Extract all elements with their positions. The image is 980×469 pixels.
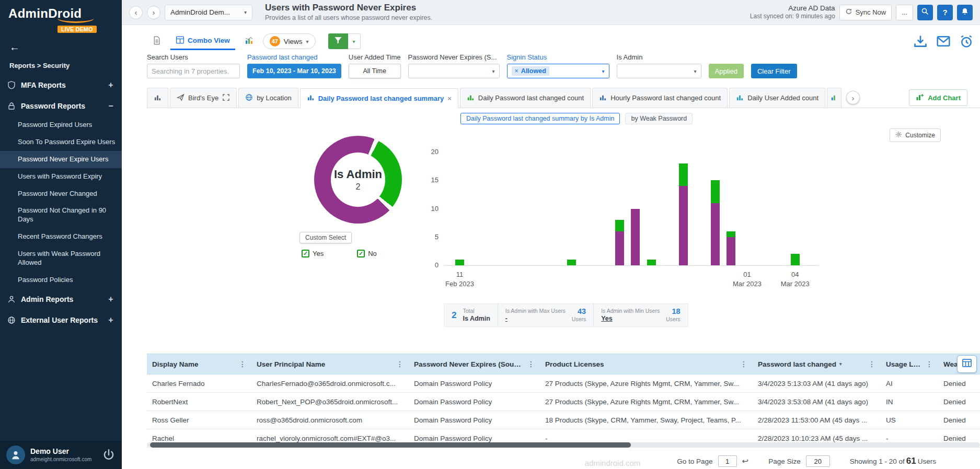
chart-subtabs: Daily Password last changed summary by I… [460, 112, 980, 125]
return-arrow-icon[interactable]: ↩ [742, 456, 749, 466]
subtab-by-is-admin[interactable]: Daily Password last changed summary by I… [460, 113, 620, 124]
is-admin-select[interactable]: ▾ [617, 64, 701, 78]
sidebar-section-mfa-reports[interactable]: MFA Reports + [0, 75, 122, 96]
column-menu-icon[interactable]: ⋮ [921, 360, 933, 368]
table-row[interactable]: RobertNext Robert_Next_POP@o365droid.onm… [147, 393, 980, 411]
add-chart-label: Add Chart [928, 94, 961, 102]
checkbox-checked-icon[interactable]: ✓ [302, 250, 309, 257]
sidebar-item-recent-password-changers[interactable]: Recent Password Changers [0, 228, 122, 245]
stat-link[interactable]: - [505, 314, 566, 323]
power-icon[interactable] [102, 448, 116, 462]
customize-button[interactable]: Customize [890, 128, 941, 142]
column-menu-icon[interactable]: ⋮ [392, 360, 403, 368]
tab-hourly-password-count[interactable]: Hourly Password last changed count [592, 88, 728, 108]
date-range-button[interactable]: Feb 10, 2023 - Mar 10, 2023 [247, 64, 341, 78]
nav-back-button[interactable]: ‹ [129, 6, 143, 19]
table-settings-button[interactable] [957, 355, 977, 373]
back-arrow-icon[interactable]: ← [0, 33, 122, 53]
page-size-input[interactable] [806, 455, 830, 467]
views-dropdown[interactable]: 47 Views ▾ [263, 33, 316, 49]
column-header-product-licenses[interactable]: Product Licenses⋮ [540, 354, 753, 374]
sidebar-section-external-user-reports[interactable]: External User Reports + [0, 310, 122, 331]
tabs-scroll-right-button[interactable]: › [846, 91, 860, 104]
sidebar-item-soon-to-password-expire-users[interactable]: Soon To Password Expire Users [0, 134, 122, 151]
tab-partial[interactable] [827, 88, 841, 108]
remove-chip-icon[interactable]: × [515, 67, 518, 75]
help-button[interactable]: ? [937, 5, 953, 20]
plus-icon[interactable]: + [107, 80, 114, 90]
stat-link[interactable]: Yes [601, 314, 660, 323]
sidebar-section-admin-reports[interactable]: Admin Reports + [0, 289, 122, 310]
tab-by-location[interactable]: by Location [238, 88, 298, 108]
password-never-expires-select[interactable]: ▾ [408, 64, 500, 78]
sync-meta: Azure AD Data Last synced on: 9 minutes … [750, 4, 835, 21]
chart-view-button[interactable] [239, 32, 259, 50]
global-search-button[interactable] [917, 5, 933, 20]
column-header-password-never-expires-source[interactable]: Password Never Expires (Source)⋮ [409, 354, 540, 374]
search-users-input[interactable] [147, 64, 240, 78]
column-header-display-name[interactable]: Display Name⋮ [147, 354, 251, 374]
more-options-button[interactable]: ... [896, 5, 913, 20]
filter-dropdown-button[interactable]: ▾ [348, 33, 361, 49]
applied-button[interactable]: Applied [709, 64, 744, 78]
data-source: Azure AD Data [750, 4, 835, 13]
sidebar-item-users-weak-password-allowed[interactable]: Users with Weak Password Allowed [0, 245, 122, 272]
signin-status-select[interactable]: ×Allowed ▾ [507, 64, 609, 78]
topbar: ‹ › AdminDroid Dem... ▾ Users with Passw… [122, 0, 980, 25]
subtab-by-weak-password[interactable]: by Weak Password [625, 113, 693, 124]
column-header-usage-location[interactable]: Usage Location⋮ [881, 354, 938, 374]
column-menu-icon[interactable]: ⋮ [523, 360, 535, 368]
report-view-button[interactable] [147, 32, 166, 50]
tab-label: by Location [257, 94, 292, 102]
tab-charts-home[interactable] [147, 88, 168, 108]
minus-icon[interactable]: − [107, 101, 114, 111]
sidebar-item-users-with-password-expiry[interactable]: Users with Password Expiry [0, 168, 122, 185]
expand-icon[interactable] [222, 93, 230, 103]
legend-item-no[interactable]: ✓ No [357, 250, 377, 257]
email-button[interactable] [936, 34, 951, 49]
tab-birds-eye[interactable]: Bird's Eye [170, 88, 237, 108]
tenant-selector[interactable]: AdminDroid Dem... ▾ [165, 5, 252, 20]
cell-usage-location: AI [881, 374, 938, 393]
sidebar-item-password-not-changed-90-days[interactable]: Password Not Changed in 90 Days [0, 202, 122, 228]
sidebar-item-password-policies[interactable]: Password Policies [0, 272, 122, 289]
sidebar-item-password-never-expire-users[interactable]: Password Never Expire Users [0, 151, 122, 168]
column-menu-icon[interactable]: ⋮ [235, 360, 246, 368]
schedule-button[interactable] [959, 34, 974, 49]
sidebar-item-password-expired-users[interactable]: Password Expired Users [0, 116, 122, 134]
column-menu-icon[interactable]: ⋮ [736, 360, 747, 368]
plus-icon[interactable]: + [107, 315, 114, 325]
tab-daily-password-count[interactable]: Daily Password last changed count [460, 88, 591, 108]
column-menu-icon[interactable]: ⋮ [864, 360, 875, 368]
checkbox-checked-icon[interactable]: ✓ [357, 250, 365, 257]
donut-ring[interactable]: Is Admin 2 [314, 136, 402, 224]
sidebar-section-password-reports[interactable]: Password Reports − [0, 96, 122, 116]
sidebar-item-password-never-changed[interactable]: Password Never Changed [0, 185, 122, 203]
go-to-page-input[interactable] [718, 455, 737, 467]
legend-item-yes[interactable]: ✓ Yes [302, 250, 324, 257]
clear-filter-button[interactable]: Clear Filter [751, 64, 797, 78]
column-header-password-last-changed[interactable]: Password last changed▾⋮ [753, 354, 881, 374]
plus-icon[interactable]: + [107, 295, 114, 304]
notifications-button[interactable] [957, 5, 973, 20]
download-button[interactable] [913, 34, 928, 49]
add-chart-button[interactable]: Add Chart [909, 89, 967, 106]
app-logo[interactable]: AdminDroid LIVE DEMO [0, 0, 122, 33]
close-icon[interactable]: × [447, 95, 452, 102]
all-time-button[interactable]: All Time [349, 64, 401, 78]
tab-daily-password-summary[interactable]: Daily Password last changed summary × [300, 88, 458, 108]
tab-daily-user-added-count[interactable]: Daily User Added count [729, 88, 825, 108]
table-row[interactable]: Ross Geller ross@o365droid.onmicrosoft.c… [147, 411, 980, 429]
table-row[interactable]: Charles Fernado CharlesFernado@o365droid… [147, 374, 980, 393]
horizontal-scrollbar[interactable] [147, 442, 980, 448]
filters-bar: Search Users Password last changed Feb 1… [147, 53, 980, 78]
filter-button[interactable] [328, 33, 348, 49]
sort-descending-icon[interactable]: ▾ [839, 361, 842, 367]
globe-icon [7, 316, 16, 324]
sync-now-button[interactable]: Sync Now [839, 5, 892, 20]
scrollbar-thumb[interactable] [150, 442, 631, 448]
tab-combo-view[interactable]: Combo View [170, 32, 235, 50]
custom-select-button[interactable]: Custom Select [299, 232, 352, 243]
column-header-user-principal-name[interactable]: User Principal Name⋮ [251, 354, 409, 374]
nav-forward-button[interactable]: › [147, 6, 160, 19]
